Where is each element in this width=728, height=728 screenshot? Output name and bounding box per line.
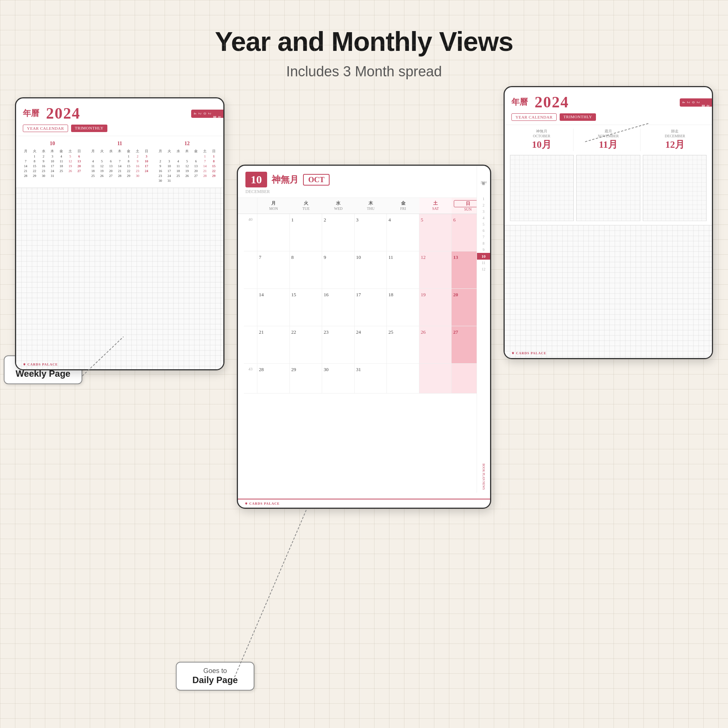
month-kanji: 神無月 — [272, 174, 298, 185]
page-subtitle: Includes 3 Month spread — [0, 64, 728, 80]
left-note-area — [16, 187, 223, 369]
monthly-header: 10 神無月 OCT DECEMBER 年曆 2024 — [238, 166, 490, 198]
right-branding: ⚜ CARDS PALACE — [511, 351, 546, 355]
center-tablet: 10 神無月 OCT DECEMBER 年曆 2024 月 MON 火 TUE — [237, 165, 491, 509]
left-tab-tri[interactable]: TRIMONTHLY — [71, 125, 107, 132]
week-row-2: 7 8 9 10 11 12 13 — [244, 251, 484, 289]
left-tab-year[interactable]: YEAR CALENDAR — [23, 125, 68, 132]
left-kanji: 年曆 — [23, 108, 39, 119]
tri-col-1 — [510, 155, 574, 221]
tri-nov: 霜月 NOVEMBER 11月 — [577, 129, 640, 151]
tri-col-2 — [576, 155, 640, 221]
monthly-grid: 40 1 2 3 4 5 6 7 8 9 10 11 12 13 — [238, 214, 490, 499]
right-tab-year[interactable]: YEAR CALENDAR — [511, 113, 557, 121]
tooltip-daily-page[interactable]: Goes to Daily Page — [176, 662, 254, 691]
tri-oct: 神無月 OCTOBER 10月 — [510, 129, 574, 151]
tri-grid — [505, 155, 712, 225]
right-note-area — [505, 225, 712, 358]
month-en: OCT — [303, 174, 330, 185]
right-tab-tri[interactable]: TRIMONTHLY — [560, 113, 596, 121]
left-branding: ⚜ CARDS PALACE — [23, 362, 58, 366]
tri-col-3 — [643, 155, 707, 221]
tooltip-daily-large: Daily Page — [184, 675, 246, 685]
page-title: Year and Monthly Views — [0, 0, 728, 57]
tooltip-daily-small: Goes to — [184, 667, 246, 675]
month-sub: DECEMBER — [245, 189, 483, 194]
svg-line-2 — [234, 509, 307, 677]
week-row-4: 21 22 23 24 25 26 27 — [244, 326, 484, 364]
tri-months-header: 神無月 OCTOBER 10月 霜月 NOVEMBER 11月 師走 DECEM… — [505, 125, 712, 155]
right-tablet: 年曆 2024 YEAR CALENDAR TRIMONTHLY 年曆2024 … — [503, 86, 713, 359]
week-row-5: 43 28 29 30 31 — [244, 364, 484, 393]
small-cal-12: 12 月 火 水 木 金 土 日 1 — [156, 141, 218, 183]
right-side-strip: 1 2 3 4 5 6 7 8 9 10 11 12 BOOK PLAN NEW… — [477, 196, 490, 493]
tri-dec: 師走 DECEMBER 12月 — [644, 129, 707, 151]
center-branding: ⚜ CARDS PALACE — [238, 499, 490, 508]
month-number: 10 — [245, 172, 267, 187]
right-nav-col: 年曆 2024 — [477, 166, 490, 197]
left-year: 2024 — [46, 104, 80, 122]
left-tablet: 年曆 2024 YEAR CALENDAR TRIMONTHLY 年曆2024 … — [15, 97, 225, 370]
week-row-3: 14 15 16 17 18 19 20 — [244, 289, 484, 326]
small-calendars: 10 月 火 水 木 金 土 日 1 2 3 4 5 — [16, 136, 223, 187]
week-row-1: 40 1 2 3 4 5 6 — [244, 214, 484, 251]
monthly-col-headers: 月 MON 火 TUE 水 WED 木 THU 金 FRI 土 SAT — [238, 198, 490, 214]
small-cal-11: 11 月 火 水 木 金 土 日 1 2 — [89, 141, 151, 183]
left-side-tab: 年曆2024 — [191, 110, 223, 118]
right-kanji: 年曆 — [511, 96, 528, 108]
right-year: 2024 — [535, 93, 569, 111]
small-cal-10: 10 月 火 水 木 金 土 日 1 2 3 4 5 — [21, 141, 83, 183]
right-side-tab: 年曆2024 — [680, 98, 712, 107]
